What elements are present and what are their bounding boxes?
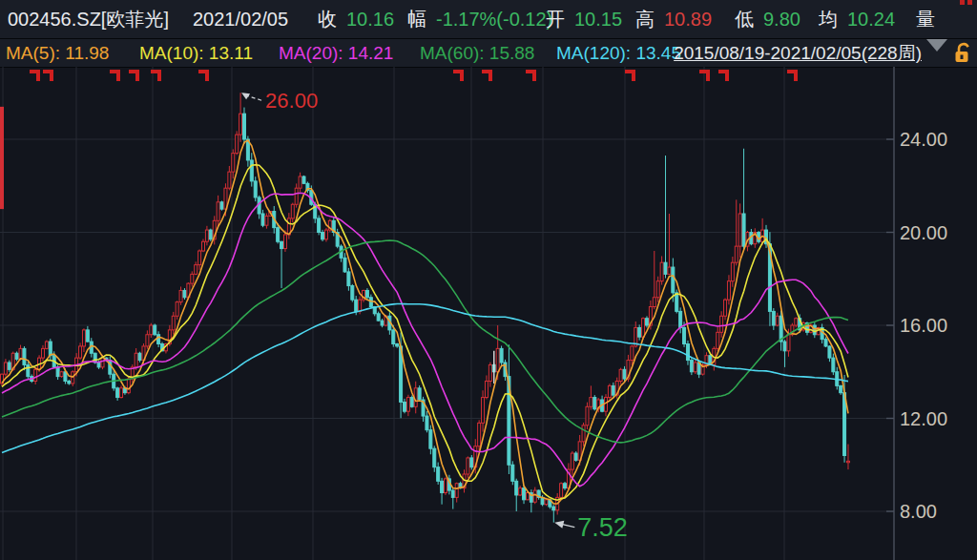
- high-annotation: 26.00: [265, 89, 318, 113]
- quote-field-value: 10.15: [574, 0, 622, 38]
- price-chart[interactable]: 26.007.5224.0020.0016.0012.008.00: [0, 67, 977, 560]
- ma-legend-item: MA(10): 13.11: [139, 39, 253, 67]
- quote-date: 2021/02/05: [193, 0, 288, 38]
- chevron-down-icon[interactable]: [926, 39, 947, 52]
- quote-field-label: 量: [916, 0, 935, 38]
- ma-legend-item: MA(20): 14.21: [279, 39, 393, 67]
- quote-field-label: 均: [819, 0, 838, 38]
- candles-layer: [1, 93, 850, 522]
- quote-field-value: -1.17%(-0.12): [436, 0, 552, 38]
- ma-line-20: [2, 193, 848, 487]
- low-annotation: 7.52: [577, 513, 628, 542]
- left-edge-cut-candle: [0, 107, 4, 209]
- quote-field-label: 低: [735, 0, 754, 38]
- y-axis-label: 12.00: [900, 408, 947, 429]
- y-axis-label: 16.00: [900, 315, 947, 336]
- quote-field-label: 幅: [407, 0, 426, 38]
- symbol-name: 002456.SZ[欧菲光]: [8, 0, 169, 38]
- volume-value-cut: [960, 0, 975, 6]
- date-range-selector[interactable]: 2015/08/19-2021/02/05(228周): [674, 39, 922, 67]
- quote-field-value: 9.80: [763, 0, 800, 38]
- unlock-icon[interactable]: [953, 42, 974, 65]
- quote-field-value: 10.24: [847, 0, 895, 38]
- stock-chart-window: 002456.SZ[欧菲光] 2021/02/05 收10.16幅-1.17%(…: [0, 0, 977, 560]
- quote-field-label: 高: [635, 0, 655, 38]
- event-marks: [30, 70, 798, 81]
- y-axis-label: 8.00: [900, 501, 937, 522]
- ma-legend-bar: MA(5): 11.98MA(10): 13.11MA(20): 14.21MA…: [0, 39, 977, 68]
- quote-header: 002456.SZ[欧菲光] 2021/02/05 收10.16幅-1.17%(…: [0, 0, 977, 39]
- y-axis-label: 20.00: [900, 222, 947, 243]
- quote-field-label: 开: [546, 0, 565, 38]
- quote-field-label: 收: [318, 0, 337, 38]
- price-axis: 24.0020.0016.0012.008.00: [886, 67, 947, 560]
- ma-legend-item: MA(60): 15.88: [420, 39, 534, 67]
- y-axis-label: 24.00: [900, 129, 947, 150]
- ma-legend-item: MA(5): 11.98: [6, 39, 109, 67]
- ma-legend-item: MA(120): 13.45: [556, 39, 681, 67]
- quote-field-value: 10.89: [664, 0, 712, 38]
- quote-field-value: 10.16: [346, 0, 394, 38]
